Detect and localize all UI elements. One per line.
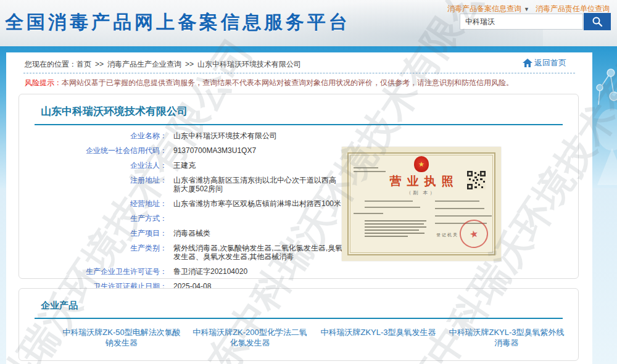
unit-query-link[interactable]: 消毒产品责任单位查询 [536,4,610,13]
national-emblem-icon: ★ [414,156,429,172]
chevron-down-icon: ▼ [524,6,529,12]
field-value [173,214,343,223]
section-divider [35,318,563,319]
field-label: 企业法人： [35,161,167,170]
breadcrumb-link[interactable]: 首页 [77,60,91,68]
products-title: 企业产品 [41,300,78,312]
site-title: 全国消毒产品网上备案信息服务平台 [5,10,350,35]
license-fineprint [365,233,424,234]
field-value: 鲁卫消证字202104020 [173,267,343,276]
products-card: 企业产品 中科瑞沃牌ZK-50型电解法次氯酸钠发生器中科瑞沃牌ZK-200型化学… [19,288,579,361]
license-fineprint [365,230,419,231]
field-row: 经营地址：山东省潍坊市寒亭区双杨店镇前淋埠出村路西100米 [35,199,343,208]
search-bar [460,13,611,30]
product-link[interactable]: 中科瑞沃牌ZK-200型化学法二氧化氯发生器 [191,327,309,348]
field-value: 山东省潍坊高新区玉清东街以北中心次干道以西高新大厦502房间 [173,176,343,193]
breadcrumb-separator: >> [185,60,194,68]
risk-notice-text: 本网站仅基于已掌握的信息提供查询服务，查询结果不代表本网站对被查询对象信用状况的… [62,78,513,87]
company-fields: 企业名称：山东中科瑞沃环境技术有限公司企业统一社会信用代码：91370700MA… [35,131,343,297]
breadcrumb-prefix: 您现在的位置： [25,60,77,68]
field-label: 企业名称： [35,131,167,140]
search-input[interactable] [460,14,583,30]
license-issuer-label: 登记机关 [436,232,458,238]
field-row: 生产类别：紫外线消毒器,次氯酸钠发生器,二氧化氯发生器,臭氧发生器、臭氧水发生器… [35,244,343,261]
back-home-label: 返回首页 [534,57,566,68]
field-value: 紫外线消毒器,次氯酸钠发生器,二氧化氯发生器,臭氧发生器、臭氧水发生器,其他器械… [173,244,343,261]
main-panel: 您现在的位置：首页>>消毒产品生产企业查询>>山东中科瑞沃环境技术有限公司 返回… [6,52,592,364]
field-row: 生产企业卫生许可证号：鲁卫消证字202104020 [35,267,343,276]
field-label: 生产类别： [35,244,167,261]
license-fineprint [365,201,413,202]
field-row: 生产项目：消毒器械类 [35,229,343,238]
license-fineprint [365,207,420,208]
field-row: 企业名称：山东中科瑞沃环境技术有限公司 [35,131,343,140]
license-fineprint [435,208,484,209]
product-list: 中科瑞沃牌ZK-50型电解法次氯酸钠发生器中科瑞沃牌ZK-200型化学法二氧化氯… [62,327,566,348]
molecule-decoration-graphic [591,56,617,185]
back-home-link[interactable]: 返回首页 [523,57,566,68]
field-label: 生产方式： [35,214,167,223]
field-row: 企业法人：王建克 [35,161,343,170]
product-link[interactable]: 中科瑞沃牌ZKYL-3型臭氧发生器 [319,327,437,348]
field-label: 生产企业卫生许可证号： [35,267,167,276]
license-fineprint [365,223,424,225]
field-row: 注册地址：山东省潍坊高新区玉清东街以北中心次干道以西高新大厦502房间 [35,176,343,193]
license-fineprint [354,171,386,172]
field-label: 注册地址： [35,176,167,193]
field-row: 企业统一社会信用代码：91370700MA3M3U1QX7 [35,146,343,155]
license-subtitle: （副 本） [349,189,494,196]
license-fineprint [365,220,426,221]
license-fineprint [354,213,383,214]
dashed-divider [23,73,575,73]
breadcrumb-link[interactable]: 消毒产品生产企业查询 [107,60,181,68]
license-fineprint [435,201,479,202]
qr-code [467,171,486,189]
field-row: 生产方式： [35,214,343,223]
breadcrumb: 您现在的位置：首页>>消毒产品生产企业查询>>山东中科瑞沃环境技术有限公司 [25,59,301,70]
company-info-card: 山东中科瑞沃环境技术有限公司 企业名称：山东中科瑞沃环境技术有限公司企业统一社会… [19,94,579,279]
company-title: 山东中科瑞沃环境技术有限公司 [41,104,188,118]
risk-notice: 风险提示：本网站仅基于已掌握的信息提供查询服务，查询结果不代表本网站对被查询对象… [25,78,513,88]
license-fineprint [365,236,408,237]
license-border: ★ 营业执照 （副 本） [347,152,495,255]
field-value: 91370700MA3M3U1QX7 [173,146,343,155]
risk-notice-label: 风险提示： [25,78,62,87]
breadcrumb-current: 山东中科瑞沃环境技术有限公司 [197,60,301,68]
field-value: 王建克 [173,161,343,170]
section-divider [35,124,563,125]
field-value: 山东中科瑞沃环境技术有限公司 [173,131,343,140]
breadcrumb-separator: >> [95,60,104,68]
license-fineprint [435,215,492,217]
license-fineprint [365,226,426,228]
product-link[interactable]: 中科瑞沃牌ZK-50型电解法次氯酸钠发生器 [62,327,181,348]
search-button[interactable] [584,13,611,30]
record-info-query-link[interactable]: 消毒产品备案信息查询 [447,4,521,13]
red-seal-icon: ★ [457,217,491,251]
home-icon [523,59,532,67]
business-license-image: ★ 营业执照 （副 本） [342,147,501,261]
field-value: 消毒器械类 [173,229,343,238]
field-label: 生产项目： [35,229,167,238]
field-value: 山东省潍坊市寒亭区双杨店镇前淋埠出村路西100米 [173,199,343,208]
license-fineprint [354,167,378,168]
magnifier-icon [592,16,603,27]
product-link[interactable]: 中科瑞沃牌ZKYL-3型臭氧紫外线消毒器 [447,327,566,348]
field-label: 经营地址： [35,199,167,208]
field-label: 企业统一社会信用代码： [35,146,167,155]
